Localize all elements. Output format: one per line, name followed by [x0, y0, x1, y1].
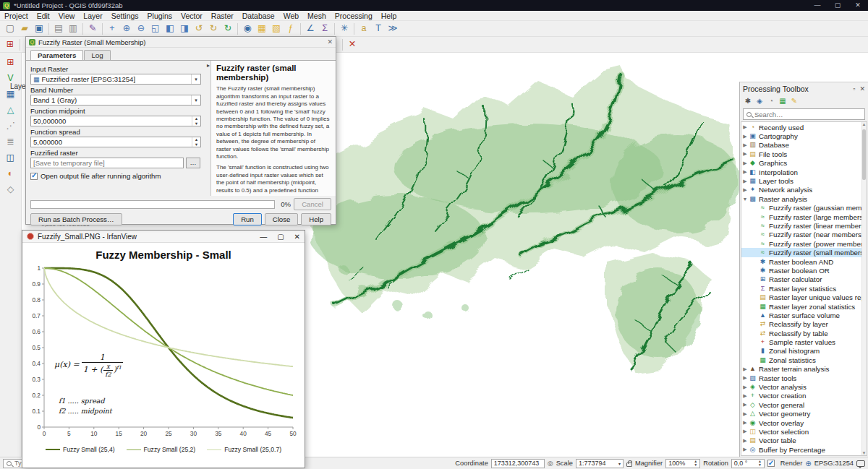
spin-down-icon[interactable]: ▼ — [694, 463, 697, 468]
viewer-minimize-button[interactable]: — — [260, 233, 267, 241]
toolbox-group-database[interactable]: ▶▥Database — [741, 141, 867, 150]
toolbox-algorithm-fuzzify-raster-small-membership[interactable]: ≈Fuzzify raster (small membership) — [741, 248, 867, 257]
magnifier-spinbox[interactable]: 100% ▲▼ — [665, 459, 700, 468]
results-viewer-icon[interactable]: ▦ — [777, 95, 788, 107]
cancel-button[interactable]: Cancel — [294, 198, 331, 210]
toolbox-algorithm-fuzzify-raster-gaussian-membership[interactable]: ≈Fuzzify raster (gaussian membership) — [741, 204, 867, 212]
extents-toggle-icon[interactable]: ◎ — [548, 460, 553, 467]
open-output-checkbox[interactable] — [30, 173, 38, 180]
menu-item-vector[interactable]: Vector — [176, 11, 207, 21]
toolbox-group-graphics[interactable]: ▶◆Graphics — [741, 159, 867, 168]
statistical-summary-icon[interactable]: Σ — [318, 22, 332, 36]
function-spread-spinbox[interactable]: 5,000000 ▲▼ — [30, 137, 201, 147]
add-mesh-layer-icon[interactable]: △ — [4, 103, 18, 118]
input-raster-combo[interactable]: ▦ Fuzzified raster [EPSG:31254] ▾ — [30, 74, 201, 85]
chevron-right-icon[interactable]: ▶ — [741, 187, 749, 193]
menu-item-web[interactable]: Web — [279, 11, 303, 21]
toolbox-group-raster-tools[interactable]: ▶▨Raster tools — [741, 374, 867, 382]
menu-item-plugins[interactable]: Plugins — [143, 11, 176, 21]
toolbox-algorithm-raster-layer-unique-values-report[interactable]: ▤Raster layer unique values report — [741, 293, 867, 301]
toolbox-algorithm-sample-raster-values[interactable]: +Sample raster values — [741, 337, 867, 346]
rotation-spinbox[interactable]: 0,0 ° ▲▼ — [731, 459, 765, 468]
lock-scale-icon[interactable] — [626, 462, 632, 467]
python-console-icon[interactable]: ≫ — [386, 22, 400, 36]
identify-features-icon[interactable]: ◉ — [240, 22, 255, 36]
chevron-right-icon[interactable]: ▶ — [741, 366, 749, 372]
zoom-next-icon[interactable]: ↻ — [206, 22, 221, 36]
panel-close-button[interactable]: ✕ — [859, 85, 865, 92]
scroll-up-icon[interactable]: ▲ — [861, 122, 867, 126]
menu-item-help[interactable]: Help — [377, 11, 401, 21]
help-button[interactable]: Help — [301, 213, 331, 225]
select-by-expression-icon[interactable]: ƒ — [284, 22, 298, 36]
coordinate-field[interactable]: 173312,300743 — [491, 459, 545, 468]
zoom-full-icon[interactable]: ◱ — [148, 22, 163, 36]
run-button[interactable]: Run — [233, 213, 262, 225]
browse-output-button[interactable]: … — [186, 158, 200, 168]
toolbox-group-raster-analysis[interactable]: ▼▩Raster analysis — [741, 194, 867, 203]
menu-item-project[interactable]: Project — [0, 11, 33, 21]
toolbox-group-file-tools[interactable]: ▶▤File tools — [741, 150, 867, 158]
dialog-title-bar[interactable]: Q Fuzzify Raster (Small Membership) ✕ — [26, 37, 336, 48]
toolbox-group-contour-plugin[interactable]: ▶≈Contour plugin — [741, 454, 867, 456]
menu-item-processing[interactable]: Processing — [331, 11, 377, 21]
menu-item-database[interactable]: Database — [238, 11, 279, 21]
style-manager-icon[interactable]: ✎ — [85, 22, 100, 36]
data-source-manager-icon[interactable]: ⊞ — [3, 38, 17, 52]
chevron-right-icon[interactable]: ▶ — [741, 429, 749, 434]
toolbox-algorithm-raster-surface-volume[interactable]: ▲Raster surface volume — [741, 311, 867, 319]
add-delimited-text-layer-icon[interactable]: ≣ — [4, 135, 18, 150]
zoom-to-layer-icon[interactable]: ◨ — [177, 22, 192, 36]
new-print-layout-icon[interactable]: ▤ — [51, 22, 66, 36]
toolbox-algorithm-raster-boolean-and[interactable]: ✱Raster boolean AND — [741, 257, 867, 266]
tree-scrollbar[interactable]: ▲ ▼ — [861, 122, 867, 455]
add-point-cloud-layer-icon[interactable]: ⋰ — [4, 119, 18, 134]
menu-item-edit[interactable]: Edit — [33, 11, 54, 21]
chevron-down-icon[interactable]: ▾ — [191, 95, 200, 105]
close-button[interactable]: ✕ — [848, 0, 868, 11]
minimize-button[interactable]: — — [807, 0, 827, 11]
spin-down-icon[interactable]: ▼ — [192, 121, 200, 126]
open-project-icon[interactable]: ▰ — [17, 22, 32, 36]
toolbox-algorithm-zonal-histogram[interactable]: ▮Zonal histogram — [741, 347, 867, 356]
panel-float-button[interactable]: ▫ — [853, 85, 855, 92]
close-dialog-button[interactable]: Close — [265, 213, 299, 225]
messages-icon[interactable] — [856, 460, 865, 467]
render-checkbox[interactable] — [767, 460, 775, 467]
tab-log[interactable]: Log — [84, 50, 110, 60]
refresh-map-icon[interactable]: ↻ — [221, 22, 235, 36]
pan-map-icon[interactable]: + — [105, 22, 119, 36]
viewer-close-button[interactable]: ✕ — [294, 233, 300, 241]
edit-in-place-icon[interactable]: ✎ — [788, 95, 800, 107]
chevron-right-icon[interactable]: ▶ — [741, 124, 749, 130]
toolbox-group-network-analysis[interactable]: ▶✦Network analysis — [741, 186, 867, 194]
toolbox-group-layer-tools[interactable]: ▶▦Layer tools — [741, 176, 867, 185]
toolbox-algorithm-fuzzify-raster-power-membership[interactable]: ≈Fuzzify raster (power membership) — [741, 239, 867, 248]
toolbox-algorithm-raster-layer-statistics[interactable]: ΣRaster layer statistics — [741, 284, 867, 293]
dialog-close-button[interactable]: ✕ — [327, 38, 333, 46]
tab-parameters[interactable]: Parameters — [30, 50, 83, 60]
deselect-features-icon[interactable]: ▧ — [269, 22, 284, 36]
menu-item-layer[interactable]: Layer — [79, 11, 106, 21]
chevron-right-icon[interactable]: ▶ — [741, 384, 749, 390]
toolbox-group-vector-analysis[interactable]: ▶◈Vector analysis — [741, 382, 867, 391]
scrollbar-thumb[interactable] — [862, 129, 866, 180]
zoom-in-icon[interactable]: ⊕ — [119, 22, 134, 36]
chevron-right-icon[interactable]: ▶ — [741, 411, 749, 417]
toolbox-search-input[interactable] — [754, 111, 848, 119]
toolbox-group-buffer-by-percentage[interactable]: ▶◎Buffer by Percentage — [741, 445, 867, 454]
toolbox-group-vector-creation[interactable]: ▶+Vector creation — [741, 392, 867, 400]
add-virtual-layer-icon[interactable]: ◇ — [4, 183, 18, 197]
chevron-right-icon[interactable]: ▶ — [741, 160, 749, 166]
crs-label[interactable]: EPSG:31254 — [814, 460, 854, 467]
chevron-right-icon[interactable]: ▶ — [741, 169, 749, 175]
chevron-right-icon[interactable]: ▶ — [741, 178, 749, 184]
select-features-icon[interactable]: ▦ — [255, 22, 269, 36]
scale-combo[interactable]: 1:773794 ▾ — [576, 459, 624, 468]
toolbox-group-vector-general[interactable]: ▶◇Vector general — [741, 400, 867, 409]
toolbox-group-vector-selection[interactable]: ▶◫Vector selection — [741, 427, 867, 436]
new-project-icon[interactable]: ▢ — [3, 22, 17, 36]
toolbox-algorithm-raster-calculator[interactable]: ⊞Raster calculator — [741, 275, 867, 284]
chevron-right-icon[interactable]: ▶ — [741, 151, 749, 157]
output-file-field[interactable]: [Save to temporary file] — [30, 158, 184, 168]
